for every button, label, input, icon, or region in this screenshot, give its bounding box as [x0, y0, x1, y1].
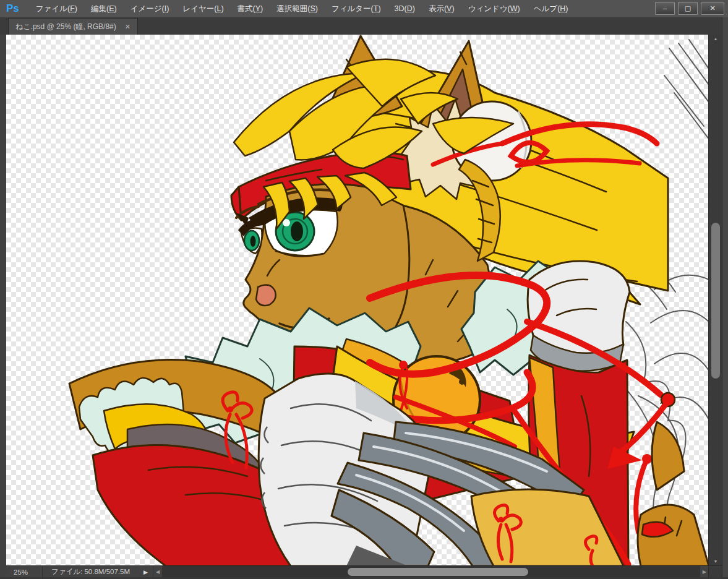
scroll-right-icon[interactable]: ▶: [700, 569, 709, 575]
menu-item-3d[interactable]: 3D(D): [388, 0, 422, 17]
menu-item-edit[interactable]: 編集(E): [84, 0, 124, 17]
canvas-artwork: [6, 35, 709, 565]
menu-bar: Ps ファイル(F)編集(E)イメージ(I)レイヤー(L)書式(Y)選択範囲(S…: [0, 0, 728, 18]
vertical-scrollbar[interactable]: ▲ ▼: [708, 35, 722, 565]
document-tab[interactable]: ねこ.psd @ 25% (瞳, RGB/8#) ✕: [8, 18, 138, 35]
document-tab-bar: ねこ.psd @ 25% (瞳, RGB/8#) ✕: [0, 17, 728, 35]
menu-item-layer[interactable]: レイヤー(L): [176, 0, 230, 17]
menu-item-window[interactable]: ウィンドウ(W): [461, 0, 527, 17]
artwork-tail-paw: [638, 422, 709, 565]
status-flyout-icon[interactable]: ▶: [139, 569, 153, 575]
menu-item-select[interactable]: 選択範囲(S): [270, 0, 325, 17]
menu-item-view[interactable]: 表示(V): [422, 0, 461, 17]
document-tab-title: ねこ.psd @ 25% (瞳, RGB/8#): [15, 22, 116, 32]
menu-item-file[interactable]: ファイル(F): [29, 0, 84, 17]
status-bar: 25% ファイル: 50.8M/507.5M ▶ ◀ ▶: [6, 565, 709, 578]
window-right-border: [722, 17, 728, 579]
menu-items: ファイル(F)編集(E)イメージ(I)レイヤー(L)書式(Y)選択範囲(S)フィ…: [29, 0, 575, 17]
menu-item-filter[interactable]: フィルター(T): [325, 0, 388, 17]
scroll-up-icon[interactable]: ▲: [709, 36, 722, 41]
file-size-info: ファイル: 50.8M/507.5M: [43, 567, 139, 577]
minimize-button[interactable]: –: [655, 2, 675, 15]
close-button[interactable]: ✕: [701, 2, 724, 15]
maximize-button[interactable]: ▢: [678, 2, 698, 15]
horizontal-scrollbar[interactable]: [162, 566, 700, 578]
menu-item-type[interactable]: 書式(Y): [231, 0, 270, 17]
photoshop-logo: Ps: [6, 2, 19, 15]
tab-close-icon[interactable]: ✕: [125, 24, 131, 30]
menu-item-image[interactable]: イメージ(I): [124, 0, 176, 17]
horizontal-scrollbar-thumb[interactable]: [348, 568, 528, 576]
canvas-area[interactable]: [6, 35, 709, 565]
scroll-left-icon[interactable]: ◀: [153, 569, 162, 575]
scrollbar-corner: [708, 565, 722, 578]
vertical-scrollbar-thumb[interactable]: [711, 223, 720, 379]
scroll-down-icon[interactable]: ▼: [709, 559, 722, 564]
window-controls: – ▢ ✕: [655, 2, 724, 15]
zoom-level[interactable]: 25%: [6, 568, 42, 576]
menu-item-help[interactable]: ヘルプ(H): [527, 0, 575, 17]
